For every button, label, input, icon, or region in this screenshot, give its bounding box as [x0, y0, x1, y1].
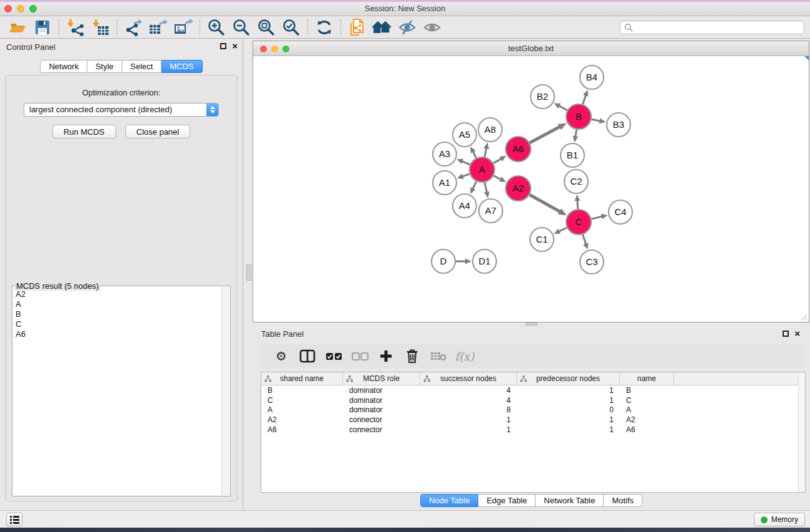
toggle-column-view-button[interactable] [294, 346, 321, 367]
import-network-button[interactable] [63, 17, 88, 37]
plus-icon [379, 349, 393, 363]
mcds-result-item[interactable]: A [13, 299, 221, 309]
tab-style[interactable]: Style [87, 60, 122, 73]
zoom-fit-button[interactable] [254, 17, 279, 37]
show-all-button[interactable] [420, 17, 445, 37]
edge-A-A1[interactable] [461, 174, 470, 177]
control-panel-tabs: NetworkStyleSelectMCDS [0, 60, 243, 73]
network-minimize-button[interactable] [271, 46, 278, 52]
table-cell: C [261, 396, 343, 405]
network-window: testGlobe.txt AA1A2A3A4A5A6A7A8BB1B2B3B4… [253, 41, 809, 322]
column-header-predecessor-nodes[interactable]: predecessor nodes [517, 372, 620, 385]
criterion-select[interactable]: largest connected component (directed) [24, 103, 219, 117]
open-file-button[interactable] [5, 17, 30, 37]
column-header-successor-nodes[interactable]: successor nodes [420, 372, 517, 385]
zoom-selected-button[interactable] [279, 17, 304, 37]
table-row[interactable]: Cdominator41C [261, 395, 805, 405]
network-canvas[interactable]: AA1A2A3A4A5A6A7A8BB1B2B3B4CC1C2C3C4DD1 [253, 56, 809, 322]
tab-network-table[interactable]: Network Table [536, 494, 604, 507]
edge-C-C1[interactable] [558, 228, 567, 232]
tab-motifs[interactable]: Motifs [604, 494, 642, 507]
edge-B-B3[interactable] [592, 119, 601, 121]
export-network-button[interactable] [121, 17, 146, 37]
close-panel-icon-button[interactable]: × [232, 43, 238, 49]
network-overview-button[interactable] [370, 17, 395, 37]
deselect-all-columns-button[interactable] [347, 346, 373, 367]
export-image-button[interactable] [171, 17, 196, 37]
arrowhead-icon [484, 191, 489, 198]
tab-select[interactable]: Select [122, 60, 162, 73]
search-input[interactable] [634, 23, 800, 32]
tab-edge-table[interactable]: Edge Table [478, 494, 536, 507]
float-table-panel-button[interactable] [783, 331, 789, 337]
table-row[interactable]: A2connector11A2 [261, 415, 805, 425]
run-mcds-button[interactable]: Run MCDS [52, 125, 116, 138]
mcds-result-item[interactable]: C [13, 319, 221, 329]
add-column-button[interactable] [373, 346, 399, 367]
table-cell: C [620, 396, 674, 405]
table-scrollbar[interactable] [798, 372, 805, 492]
column-header-MCDS-role[interactable]: MCDS role [343, 372, 420, 385]
edge-B-B2[interactable] [558, 105, 567, 110]
delete-columns-button[interactable] [399, 346, 425, 367]
mcds-result-item[interactable]: A6 [13, 329, 221, 339]
edge-B-B4[interactable] [583, 95, 586, 105]
tab-node-table[interactable]: Node Table [420, 494, 479, 507]
zoom-in-button[interactable] [204, 17, 229, 37]
edge-A-A3[interactable] [461, 161, 470, 165]
edge-A-A4[interactable] [473, 181, 476, 190]
close-window-button[interactable] [4, 5, 12, 12]
table-cell: dominator [343, 396, 420, 405]
zoom-window-button[interactable] [29, 5, 37, 12]
function-builder-button[interactable]: f(x) [451, 346, 478, 367]
edge-C-C4[interactable] [591, 216, 602, 219]
table-row[interactable]: Adominator80A [261, 405, 805, 415]
column-type-icon [264, 375, 271, 382]
resize-grip-icon[interactable] [800, 313, 808, 321]
export-table-button[interactable] [146, 17, 171, 37]
table-settings-button[interactable]: ⚙ [268, 346, 294, 367]
tab-mcds[interactable]: MCDS [162, 60, 202, 73]
new-network-from-selection-button[interactable] [345, 17, 370, 37]
float-panel-button[interactable] [220, 43, 226, 49]
select-all-columns-button[interactable] [321, 346, 347, 367]
import-table-button[interactable] [88, 17, 113, 37]
network-close-button[interactable] [260, 46, 267, 52]
delete-table-button[interactable] [425, 346, 451, 367]
tab-network[interactable]: Network [40, 60, 87, 73]
graph-node-label: C3 [586, 256, 597, 267]
edge-A-A2[interactable] [494, 176, 502, 180]
zoom-out-button[interactable] [229, 17, 254, 37]
column-header-shared-name[interactable]: shared name [261, 372, 343, 385]
hide-selected-button[interactable] [395, 17, 420, 37]
mcds-list-scrollbar[interactable] [221, 287, 229, 495]
edge-C-C3[interactable] [583, 235, 586, 244]
edge-A2-C[interactable] [529, 195, 561, 212]
close-table-panel-button[interactable]: × [794, 331, 800, 337]
mcds-result-item[interactable]: B [13, 309, 221, 319]
network-window-title: testGlobe.txt [253, 41, 809, 56]
edge-A-A6[interactable] [493, 158, 502, 163]
edge-A-A7[interactable] [485, 183, 487, 193]
memory-button[interactable]: Memory [754, 513, 805, 526]
table-cell: 1 [517, 425, 620, 434]
table-cell: A [620, 405, 674, 414]
edge-A6-B[interactable] [530, 126, 561, 143]
save-session-button[interactable] [30, 17, 55, 37]
edge-C-C2[interactable] [577, 200, 578, 209]
table-cell: A2 [261, 415, 343, 424]
edge-A-A8[interactable] [485, 147, 486, 157]
main-toolbar [0, 16, 810, 39]
close-panel-button[interactable]: Close panel [125, 125, 191, 138]
mcds-result-item[interactable]: A2 [13, 289, 221, 299]
delete-table-icon [430, 351, 446, 361]
show-task-history-button[interactable] [6, 513, 22, 526]
minimize-window-button[interactable] [17, 5, 24, 12]
table-row[interactable]: Bdominator41B [261, 385, 805, 395]
network-zoom-button[interactable] [282, 46, 289, 52]
table-row[interactable]: A6connector11A6 [261, 425, 805, 435]
apply-layout-button[interactable] [312, 17, 337, 37]
split-pane-grip[interactable] [246, 264, 251, 281]
network-graph[interactable]: AA1A2A3A4A5A6A7A8BB1B2B3B4CC1C2C3C4DD1 [253, 56, 809, 322]
column-header-name[interactable]: name [620, 372, 674, 385]
